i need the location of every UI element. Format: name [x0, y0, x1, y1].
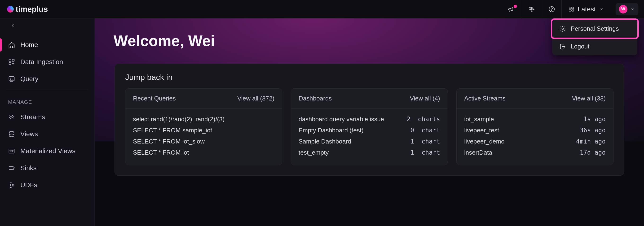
list-item[interactable]: Empty Dashboard (test) 0 chart: [298, 125, 440, 136]
svg-rect-9: [569, 10, 571, 11]
card-recent-queries: Recent Queries View all (372) select ran…: [125, 88, 282, 165]
views-icon: [8, 131, 15, 138]
svg-point-16: [9, 131, 14, 133]
svg-rect-3: [529, 8, 532, 10]
view-all-dashboards[interactable]: View all (4): [410, 95, 440, 102]
list-item[interactable]: select rand(1)/rand(2), rand(2)/(3): [133, 114, 274, 125]
sidebar-item-label: Sinks: [20, 164, 36, 172]
svg-point-18: [11, 150, 12, 152]
card-active-streams: Active Streams View all (33) iot_sample …: [456, 88, 614, 165]
card-title: Active Streams: [464, 95, 506, 102]
sidebar-item-materialized-views[interactable]: Materialized Views: [0, 143, 94, 160]
page-title: Welcome, Wei: [114, 32, 625, 50]
ingestion-icon: [8, 58, 15, 65]
home-icon: [8, 41, 15, 48]
chevron-down-icon: [630, 7, 635, 11]
svg-rect-15: [9, 77, 14, 81]
svg-rect-7: [569, 7, 571, 8]
jump-back-in-panel: Jump back in Recent Queries View all (37…: [114, 64, 624, 176]
topbar-right: Latest W: [501, 0, 638, 18]
list-item[interactable]: test_empty 1 chart: [298, 147, 440, 158]
workspace-label: Latest: [578, 5, 596, 13]
megaphone-icon: [508, 5, 516, 13]
menu-label: Logout: [571, 43, 590, 50]
sidebar-item-label: Materialized Views: [20, 147, 76, 155]
card-title: Recent Queries: [133, 95, 176, 102]
card-title: Dashboards: [298, 95, 332, 102]
announcements-button[interactable]: [501, 0, 522, 18]
menu-label: Personal Settings: [571, 25, 619, 32]
sidebar-item-sinks[interactable]: Sinks: [0, 160, 94, 177]
list-item[interactable]: SELECT * FROM sample_iot: [133, 125, 274, 136]
menu-item-logout[interactable]: Logout: [552, 38, 638, 55]
list-item[interactable]: livepeer_test 36s ago: [464, 125, 606, 136]
list-item[interactable]: Sample Dashboard 1 chart: [298, 136, 440, 147]
brand-logo-icon: [7, 6, 14, 12]
workspace-switcher[interactable]: Latest: [562, 0, 610, 18]
workspace-icon: [568, 6, 574, 12]
logout-icon: [559, 43, 566, 50]
sidebar-item-label: UDFs: [20, 181, 38, 189]
user-menu-button[interactable]: W: [616, 3, 638, 15]
sidebar-item-query[interactable]: Query: [0, 70, 94, 87]
svg-rect-17: [9, 149, 14, 153]
query-icon: [8, 75, 15, 82]
brand-name: timeplus: [16, 4, 48, 14]
svg-rect-8: [572, 7, 574, 8]
sidebar-item-home[interactable]: Home: [0, 36, 94, 53]
sidebar-item-label: Data Ingestion: [20, 58, 63, 66]
svg-rect-13: [12, 59, 14, 61]
avatar-initial: W: [621, 7, 625, 11]
svg-point-6: [552, 10, 552, 11]
slack-button[interactable]: [522, 0, 542, 18]
list-item[interactable]: SELECT * FROM iot_slow: [133, 136, 274, 147]
sidebar-item-label: Streams: [20, 113, 45, 121]
divider: [6, 90, 89, 90]
sidebar-item-label: Home: [20, 41, 38, 49]
sidebar-item-udfs[interactable]: UDFs: [0, 177, 94, 194]
help-button[interactable]: [542, 0, 562, 18]
menu-item-personal-settings[interactable]: Personal Settings: [551, 18, 639, 39]
sidebar-section-manage: MANAGE: [0, 92, 94, 109]
list-item[interactable]: SELECT * FROM iot: [133, 147, 274, 158]
chevron-down-icon: [599, 7, 604, 11]
udfs-icon: [8, 182, 15, 189]
avatar: W: [619, 5, 628, 13]
list-item[interactable]: livepeer_demo 4min ago: [464, 136, 606, 147]
sinks-icon: [8, 165, 15, 172]
panel-title: Jump back in: [125, 73, 614, 82]
topbar: timeplus Latest: [0, 0, 644, 18]
help-icon: [548, 6, 555, 13]
sidebar-item-views[interactable]: Views: [0, 126, 94, 143]
sidebar: Home Data Ingestion Query MANAGE S: [0, 18, 95, 226]
svg-point-11: [562, 28, 564, 29]
svg-rect-12: [9, 59, 11, 61]
sidebar-item-streams[interactable]: Streams: [0, 109, 94, 126]
svg-rect-10: [572, 10, 574, 11]
card-dashboards: Dashboards View all (4) dashboard query …: [291, 88, 448, 165]
sidebar-item-label: Views: [20, 130, 38, 138]
gear-icon: [559, 25, 566, 32]
svg-rect-14: [9, 63, 11, 65]
sidebar-item-data-ingestion[interactable]: Data Ingestion: [0, 53, 94, 70]
collapse-sidebar-button[interactable]: [10, 23, 16, 28]
view-all-streams[interactable]: View all (33): [572, 95, 606, 102]
brand[interactable]: timeplus: [7, 4, 48, 14]
svg-rect-2: [533, 8, 534, 10]
sidebar-item-label: Query: [20, 75, 38, 83]
list-item[interactable]: dashboard query variable issue 2 charts: [298, 114, 440, 125]
svg-rect-4: [531, 10, 532, 11]
streams-icon: [8, 113, 15, 121]
slack-icon: [528, 5, 536, 13]
materialized-views-icon: [8, 148, 15, 155]
list-item[interactable]: iot_sample 1s ago: [464, 114, 606, 125]
user-dropdown: Personal Settings Logout: [552, 20, 638, 55]
svg-rect-0: [529, 7, 530, 8]
view-all-recent-queries[interactable]: View all (372): [237, 95, 274, 102]
list-item[interactable]: insertData 17d ago: [464, 147, 606, 158]
